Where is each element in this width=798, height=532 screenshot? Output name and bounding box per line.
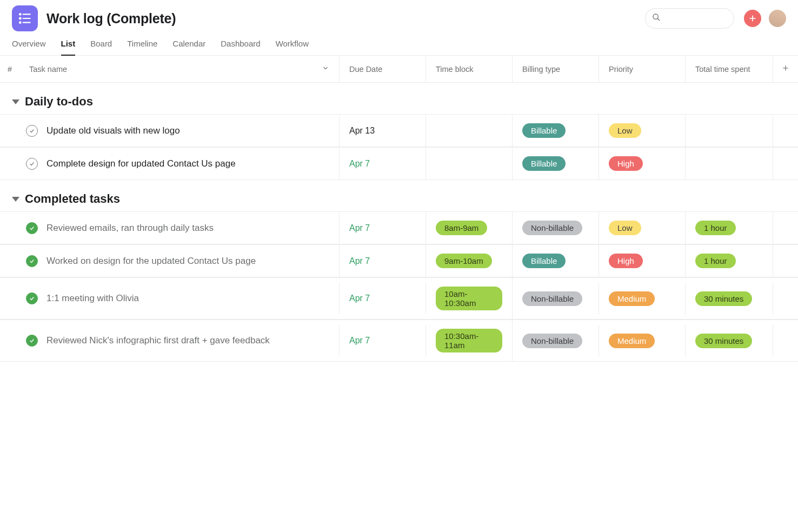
- tab-workflow[interactable]: Workflow: [276, 39, 309, 55]
- tab-timeline[interactable]: Timeline: [127, 39, 157, 55]
- billing-pill: Non-billable: [522, 221, 582, 235]
- svg-rect-3: [23, 18, 31, 19]
- billing-type-cell[interactable]: Billable: [513, 245, 599, 277]
- section-title: Completed tasks: [25, 192, 120, 206]
- column-header-timeblock[interactable]: Time block: [426, 56, 513, 82]
- complete-toggle[interactable]: [26, 255, 38, 267]
- time-block-cell[interactable]: 8am-9am: [426, 212, 513, 244]
- time-block-pill: 10am-10:30am: [436, 287, 502, 310]
- billing-type-cell[interactable]: Billable: [513, 115, 599, 147]
- table-row[interactable]: Update old visuals with new logoApr 13Bi…: [0, 114, 798, 147]
- tab-dashboard[interactable]: Dashboard: [221, 39, 260, 55]
- task-name: 1:1 meeting with Olivia: [46, 293, 139, 304]
- billing-pill: Billable: [522, 156, 566, 171]
- column-header-due[interactable]: Due Date: [340, 56, 426, 82]
- search-icon: [652, 13, 661, 24]
- chevron-down-icon: [12, 99, 19, 104]
- svg-point-6: [653, 14, 658, 19]
- priority-pill: Medium: [609, 291, 655, 306]
- billing-pill: Non-billable: [522, 334, 582, 348]
- task-name: Worked on design for the updated Contact…: [46, 256, 256, 267]
- column-header-billing[interactable]: Billing type: [513, 56, 599, 82]
- section-header[interactable]: Completed tasks: [0, 180, 798, 211]
- total-time-cell[interactable]: 30 minutes: [686, 325, 773, 357]
- billing-type-cell[interactable]: Non-billable: [513, 212, 599, 244]
- table-row[interactable]: Complete design for updated Contact Us p…: [0, 147, 798, 180]
- tab-overview[interactable]: Overview: [12, 39, 46, 55]
- time-block-pill: 9am-10am: [436, 254, 492, 268]
- avatar[interactable]: [769, 10, 786, 27]
- priority-cell[interactable]: High: [599, 245, 686, 277]
- complete-toggle[interactable]: [26, 222, 38, 234]
- priority-pill: High: [609, 156, 643, 171]
- table-row[interactable]: Reviewed emails, ran through daily tasks…: [0, 211, 798, 244]
- add-column-button[interactable]: [773, 56, 798, 82]
- chevron-down-icon: [12, 197, 19, 202]
- add-button[interactable]: [744, 10, 761, 27]
- chevron-down-icon[interactable]: [322, 64, 329, 74]
- page-title: Work log (Complete): [46, 11, 176, 26]
- search-input[interactable]: [661, 14, 727, 23]
- complete-toggle[interactable]: [26, 158, 38, 170]
- task-name: Reviewed Nick's infographic first draft …: [46, 335, 270, 346]
- due-date-cell[interactable]: Apr 7: [340, 212, 426, 244]
- priority-pill: High: [609, 254, 643, 268]
- section-header[interactable]: Daily to-dos: [0, 83, 798, 114]
- time-spent-pill: 30 minutes: [695, 334, 752, 348]
- complete-toggle[interactable]: [26, 335, 38, 347]
- column-header-task-label: Task name: [29, 65, 67, 74]
- table-row[interactable]: 1:1 meeting with OliviaApr 710am-10:30am…: [0, 277, 798, 320]
- total-time-cell[interactable]: 1 hour: [686, 245, 773, 277]
- table-row[interactable]: Worked on design for the updated Contact…: [0, 244, 798, 277]
- task-name: Complete design for updated Contact Us p…: [46, 158, 236, 169]
- tab-board[interactable]: Board: [90, 39, 112, 55]
- complete-toggle[interactable]: [26, 292, 38, 304]
- svg-rect-1: [23, 14, 31, 15]
- billing-pill: Billable: [522, 123, 566, 138]
- time-block-pill: 8am-9am: [436, 221, 487, 235]
- due-date-cell[interactable]: Apr 7: [340, 283, 426, 314]
- column-header-priority[interactable]: Priority: [599, 56, 686, 82]
- time-spent-pill: 1 hour: [695, 221, 736, 235]
- total-time-cell[interactable]: 1 hour: [686, 212, 773, 244]
- svg-rect-4: [19, 21, 21, 23]
- total-time-cell[interactable]: 30 minutes: [686, 283, 773, 315]
- priority-pill: Low: [609, 221, 641, 235]
- priority-cell[interactable]: Medium: [599, 325, 686, 357]
- priority-cell[interactable]: Low: [599, 115, 686, 147]
- svg-line-7: [657, 18, 660, 21]
- billing-pill: Billable: [522, 254, 566, 268]
- billing-type-cell[interactable]: Non-billable: [513, 283, 599, 315]
- total-time-cell[interactable]: [686, 115, 773, 147]
- time-block-cell[interactable]: 9am-10am: [426, 245, 513, 277]
- billing-type-cell[interactable]: Non-billable: [513, 325, 599, 357]
- due-date-cell[interactable]: Apr 7: [340, 148, 426, 179]
- project-icon[interactable]: [12, 5, 38, 31]
- table-row[interactable]: Reviewed Nick's infographic first draft …: [0, 320, 798, 362]
- tab-list[interactable]: List: [61, 39, 76, 56]
- total-time-cell[interactable]: [686, 148, 773, 179]
- task-name: Reviewed emails, ran through daily tasks: [46, 223, 214, 234]
- due-date-cell[interactable]: Apr 13: [340, 115, 426, 147]
- time-spent-pill: 1 hour: [695, 254, 736, 268]
- column-header-task[interactable]: Task name: [19, 56, 340, 82]
- priority-cell[interactable]: Medium: [599, 283, 686, 315]
- task-name: Update old visuals with new logo: [46, 125, 180, 136]
- priority-pill: Medium: [609, 334, 655, 348]
- column-header-total[interactable]: Total time spent: [686, 56, 773, 82]
- time-block-cell[interactable]: [426, 115, 513, 147]
- due-date-cell[interactable]: Apr 7: [340, 245, 426, 277]
- tab-calendar[interactable]: Calendar: [172, 39, 205, 55]
- billing-type-cell[interactable]: Billable: [513, 148, 599, 179]
- time-block-pill: 10:30am-11am: [436, 329, 502, 353]
- time-block-cell[interactable]: [426, 148, 513, 179]
- time-block-cell[interactable]: 10am-10:30am: [426, 278, 513, 319]
- time-spent-pill: 30 minutes: [695, 291, 752, 306]
- search-box[interactable]: [645, 8, 734, 29]
- priority-cell[interactable]: Low: [599, 212, 686, 244]
- priority-cell[interactable]: High: [599, 148, 686, 179]
- due-date-cell[interactable]: Apr 7: [340, 325, 426, 356]
- column-header-number[interactable]: #: [0, 56, 19, 82]
- time-block-cell[interactable]: 10:30am-11am: [426, 320, 513, 361]
- complete-toggle[interactable]: [26, 125, 38, 137]
